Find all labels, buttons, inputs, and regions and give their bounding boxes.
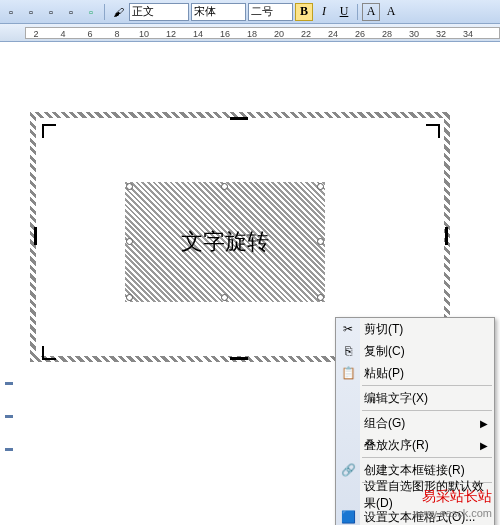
ruler-tick-label: 18 <box>247 29 257 39</box>
menu-item-icon <box>339 486 357 504</box>
menu-item[interactable]: 编辑文字(X) <box>336 387 494 409</box>
ruler-tick-label: 24 <box>328 29 338 39</box>
ruler-tick-label: 34 <box>463 29 473 39</box>
ruler-bar: 246810121416182022242628303234 <box>25 27 500 39</box>
selection-handle[interactable] <box>126 238 133 245</box>
font-dropdown[interactable] <box>191 3 246 21</box>
menu-item[interactable]: ✂剪切(T) <box>336 318 494 340</box>
menu-item-label: 创建文本框链接(R) <box>364 462 465 479</box>
ruler-tick-label: 2 <box>33 29 38 39</box>
menu-item-icon: 🟦 <box>339 508 357 525</box>
resize-handle[interactable] <box>445 227 448 245</box>
menu-item-label: 复制(C) <box>364 343 405 360</box>
ruler-tick-label: 14 <box>193 29 203 39</box>
char-border-button[interactable]: A <box>362 3 380 21</box>
menu-item-icon: ⎘ <box>339 342 357 360</box>
watermark-url: www.easck.com <box>413 506 492 520</box>
ruler-tick-label: 16 <box>220 29 230 39</box>
selection-handle[interactable] <box>317 294 324 301</box>
crop-mark-icon <box>418 124 440 146</box>
watermark: 易采站长站 www.easck.com <box>413 488 492 520</box>
menu-item-icon <box>339 389 357 407</box>
submenu-arrow-icon: ▶ <box>480 418 488 429</box>
document-canvas[interactable]: 文字旋转 ✂剪切(T)⎘复制(C)📋粘贴(P)编辑文字(X)组合(G)▶叠放次序… <box>0 42 500 522</box>
menu-item-label: 编辑文字(X) <box>364 390 428 407</box>
italic-button[interactable]: I <box>315 3 333 21</box>
menu-item[interactable]: 📋粘贴(P) <box>336 362 494 384</box>
resize-handle[interactable] <box>230 357 248 360</box>
ruler-tick-label: 12 <box>166 29 176 39</box>
menu-item-label: 粘贴(P) <box>364 365 404 382</box>
vertical-ruler-marks <box>5 382 17 481</box>
text-box-content: 文字旋转 <box>130 187 320 297</box>
qat-button[interactable]: ▫ <box>2 3 20 21</box>
watermark-text: 易采站长站 <box>413 488 492 506</box>
resize-handle[interactable] <box>230 117 248 120</box>
submenu-arrow-icon: ▶ <box>480 440 488 451</box>
ruler-tick-label: 20 <box>274 29 284 39</box>
selection-handle[interactable] <box>221 294 228 301</box>
divider <box>357 4 358 20</box>
resize-handle[interactable] <box>34 227 37 245</box>
menu-item-icon <box>339 414 357 432</box>
selection-handle[interactable] <box>126 183 133 190</box>
font-size-dropdown[interactable] <box>248 3 293 21</box>
menu-item-label: 组合(G) <box>364 415 405 432</box>
qat-button[interactable]: ▫ <box>42 3 60 21</box>
menu-separator <box>362 457 492 458</box>
qat-button[interactable]: ▫ <box>82 3 100 21</box>
ruler-tick-label: 6 <box>87 29 92 39</box>
menu-separator <box>362 385 492 386</box>
menu-item-icon: ✂ <box>339 320 357 338</box>
underline-button[interactable]: U <box>335 3 353 21</box>
crop-mark-icon <box>42 124 64 146</box>
menu-item-icon <box>339 436 357 454</box>
horizontal-ruler[interactable]: 246810121416182022242628303234 <box>0 24 500 42</box>
menu-item-label: 叠放次序(R) <box>364 437 429 454</box>
text-box-selected[interactable]: 文字旋转 <box>125 182 325 302</box>
menu-item-label: 剪切(T) <box>364 321 403 338</box>
ruler-tick-label: 22 <box>301 29 311 39</box>
formatting-toolbar: ▫ ▫ ▫ ▫ ▫ 🖌 B I U A A <box>0 0 500 24</box>
selection-handle[interactable] <box>317 238 324 245</box>
menu-item[interactable]: 叠放次序(R)▶ <box>336 434 494 456</box>
style-dropdown[interactable] <box>129 3 189 21</box>
ruler-tick-label: 4 <box>60 29 65 39</box>
char-shading-button[interactable]: A <box>382 3 400 21</box>
ruler-tick-label: 26 <box>355 29 365 39</box>
qat-button[interactable]: ▫ <box>22 3 40 21</box>
menu-item-icon: 🔗 <box>339 461 357 479</box>
selection-handle[interactable] <box>221 183 228 190</box>
ruler-tick-label: 30 <box>409 29 419 39</box>
qat-button[interactable]: ▫ <box>62 3 80 21</box>
ruler-tick-label: 10 <box>139 29 149 39</box>
ruler-tick-label: 32 <box>436 29 446 39</box>
menu-item[interactable]: 组合(G)▶ <box>336 412 494 434</box>
divider <box>104 4 105 20</box>
menu-item-icon: 📋 <box>339 364 357 382</box>
ruler-tick-label: 8 <box>114 29 119 39</box>
format-painter-icon[interactable]: 🖌 <box>109 3 127 21</box>
bold-button[interactable]: B <box>295 3 313 21</box>
menu-separator <box>362 410 492 411</box>
selection-handle[interactable] <box>317 183 324 190</box>
ruler-tick-label: 28 <box>382 29 392 39</box>
selection-handle[interactable] <box>126 294 133 301</box>
crop-mark-icon <box>42 338 64 360</box>
menu-item[interactable]: ⎘复制(C) <box>336 340 494 362</box>
